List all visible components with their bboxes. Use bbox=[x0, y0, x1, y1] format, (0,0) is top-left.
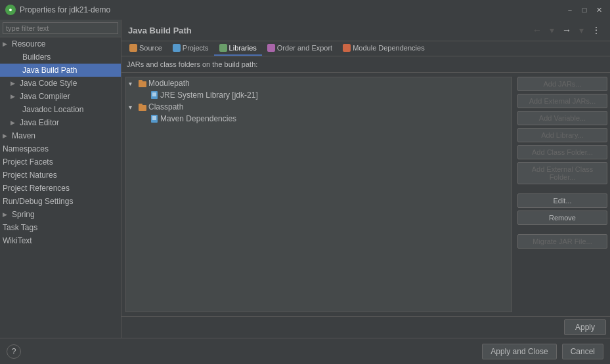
build-path-hint: JARs and class folders on the build path… bbox=[121, 56, 610, 73]
tab-label: Module Dependencies bbox=[353, 44, 424, 52]
help-button[interactable]: ? bbox=[7, 344, 21, 359]
expand-arrow-icon: ▶ bbox=[11, 119, 17, 126]
sidebar-item-resource[interactable]: ▶Resource bbox=[0, 37, 121, 51]
tree-node-label: Maven Dependencies bbox=[160, 114, 236, 123]
svg-rect-1 bbox=[139, 80, 142, 82]
sidebar-item-label: Java Editor bbox=[20, 118, 59, 127]
tab-projects[interactable]: Projects bbox=[167, 41, 214, 56]
sidebar-item-project-references[interactable]: Project References bbox=[0, 182, 121, 195]
header-menu-button[interactable]: ⋮ bbox=[589, 24, 603, 37]
apply-and-close-button[interactable]: Apply and Close bbox=[482, 344, 556, 359]
sidebar-item-label: Project Facets bbox=[3, 157, 53, 167]
forward-nav-button[interactable]: ▾ bbox=[577, 24, 586, 37]
tree-node-modulepath[interactable]: ▾Modulepath bbox=[126, 77, 512, 89]
sidebar-item-label: Javadoc Location bbox=[22, 105, 83, 114]
tree-node-icon-classpath bbox=[138, 102, 147, 111]
search-input[interactable] bbox=[3, 22, 118, 34]
content-header: Java Build Path ← ▾ → ▾ ⋮ bbox=[121, 20, 610, 41]
tab-order-and-export[interactable]: Order and Export bbox=[262, 41, 338, 56]
sidebar-item-builders[interactable]: Builders bbox=[0, 51, 121, 64]
close-button[interactable]: ✕ bbox=[593, 4, 605, 16]
add-variable-button[interactable]: Add Variable... bbox=[517, 111, 607, 125]
tab-module-dependencies[interactable]: Module Dependencies bbox=[338, 41, 429, 56]
add-class-folder-button[interactable]: Add Class Folder... bbox=[517, 145, 607, 159]
expand-arrow-icon: ▶ bbox=[11, 80, 17, 87]
svg-rect-7 bbox=[139, 104, 142, 106]
tree-node-label: Classpath bbox=[148, 102, 183, 111]
main-layout: ▶ResourceBuildersJava Build Path▶Java Co… bbox=[0, 20, 610, 338]
tab-source[interactable]: Source bbox=[124, 41, 167, 56]
sidebar-filter-area bbox=[0, 20, 121, 37]
title-bar: ● Properties for jdk21-demo − □ ✕ bbox=[0, 0, 610, 20]
content-body: ▾Modulepath▶JRE System Library [jdk-21]▾… bbox=[121, 73, 610, 316]
add-library-button[interactable]: Add Library... bbox=[517, 128, 607, 142]
sidebar-item-label: Resource bbox=[12, 39, 45, 49]
forward-button[interactable]: → bbox=[559, 24, 574, 37]
tab-libraries[interactable]: Libraries bbox=[214, 41, 262, 56]
svg-rect-2 bbox=[151, 91, 158, 99]
tab-label: Order and Export bbox=[277, 44, 332, 52]
sidebar-item-label: Spring bbox=[12, 210, 35, 219]
tree-node-label: Modulepath bbox=[148, 79, 190, 88]
app-icon: ● bbox=[5, 5, 16, 15]
sidebar-item-java-editor[interactable]: ▶Java Editor bbox=[0, 116, 121, 129]
tab-icon-order-and-export bbox=[267, 44, 275, 52]
tree-node-label: JRE System Library [jdk-21] bbox=[160, 91, 258, 100]
edit-button[interactable]: Edit... bbox=[517, 193, 607, 208]
remove-button[interactable]: Remove bbox=[517, 211, 607, 225]
cancel-button[interactable]: Cancel bbox=[562, 344, 603, 359]
sidebar-item-label: Run/Debug Settings bbox=[3, 197, 73, 206]
restore-button[interactable]: □ bbox=[578, 4, 590, 16]
add-external-jars-button[interactable]: Add External JARs... bbox=[517, 94, 607, 108]
sidebar-item-wikitext[interactable]: WikiText bbox=[0, 234, 121, 247]
bottom-left: ? bbox=[7, 344, 21, 359]
sidebar-item-label: Task Tags bbox=[3, 223, 37, 232]
window-controls: − □ ✕ bbox=[564, 4, 605, 16]
sidebar-item-label: Maven bbox=[12, 131, 35, 140]
tree-node-classpath[interactable]: ▾Classpath bbox=[126, 101, 512, 113]
add-external-class-folder-button[interactable]: Add External Class Folder... bbox=[517, 162, 607, 184]
down-nav-button[interactable]: ▾ bbox=[547, 24, 557, 37]
tab-icon-projects bbox=[173, 44, 181, 52]
tree-toggle-icon[interactable]: ▾ bbox=[129, 80, 137, 87]
sidebar-item-java-build-path[interactable]: Java Build Path bbox=[0, 64, 121, 77]
sidebar-item-spring[interactable]: ▶Spring bbox=[0, 208, 121, 221]
sidebar-item-task-tags[interactable]: Task Tags bbox=[0, 221, 121, 234]
sidebar-item-run-debug-settings[interactable]: Run/Debug Settings bbox=[0, 195, 121, 208]
tab-label: Libraries bbox=[229, 44, 257, 52]
sidebar-item-label: Namespaces bbox=[3, 144, 49, 153]
sidebar-item-javadoc-location[interactable]: Javadoc Location bbox=[0, 103, 121, 116]
back-button[interactable]: ← bbox=[530, 24, 544, 37]
sidebar-item-label: Project Natures bbox=[3, 171, 57, 180]
expand-arrow-icon: ▶ bbox=[3, 132, 9, 139]
tree-toggle-icon[interactable]: ▾ bbox=[129, 104, 137, 111]
sidebar-item-label: Java Compiler bbox=[20, 92, 70, 101]
content-inner: JARs and class folders on the build path… bbox=[121, 56, 610, 338]
sidebar-item-java-code-style[interactable]: ▶Java Code Style bbox=[0, 77, 121, 90]
expand-arrow-icon: ▶ bbox=[3, 41, 9, 47]
sidebar-item-label: Project References bbox=[3, 184, 70, 193]
sidebar-item-label: Java Build Path bbox=[22, 66, 77, 75]
tab-icon-module-dependencies bbox=[343, 44, 351, 52]
tree-node-icon-jre-system-library bbox=[150, 91, 159, 100]
tree-node-icon-maven-dependencies bbox=[150, 114, 159, 123]
sidebar-item-label: Builders bbox=[22, 52, 51, 62]
tree-node-jre-system-library[interactable]: ▶JRE System Library [jdk-21] bbox=[126, 89, 512, 101]
tree-node-maven-dependencies[interactable]: ▶Maven Dependencies bbox=[126, 113, 512, 125]
window-title: Properties for jdk21-demo bbox=[20, 5, 560, 14]
bottom-bar: ? Apply and Close Cancel bbox=[0, 338, 610, 364]
expand-arrow-icon: ▶ bbox=[3, 211, 9, 218]
side-buttons-panel: Add JARs...Add External JARs...Add Varia… bbox=[515, 73, 610, 316]
sidebar-item-java-compiler[interactable]: ▶Java Compiler bbox=[0, 90, 121, 103]
sidebar-item-maven[interactable]: ▶Maven bbox=[0, 129, 121, 142]
sidebar-item-label: Java Code Style bbox=[20, 79, 77, 88]
sidebar-item-project-facets[interactable]: Project Facets bbox=[0, 155, 121, 169]
add-jars-button[interactable]: Add JARs... bbox=[517, 77, 607, 91]
minimize-button[interactable]: − bbox=[564, 4, 576, 16]
migrate-jar-button[interactable]: Migrate JAR File... bbox=[517, 234, 607, 249]
sidebar-item-namespaces[interactable]: Namespaces bbox=[0, 142, 121, 155]
expand-arrow-icon: ▶ bbox=[11, 93, 17, 100]
sidebar-item-project-natures[interactable]: Project Natures bbox=[0, 169, 121, 182]
sidebar-items-container: ▶ResourceBuildersJava Build Path▶Java Co… bbox=[0, 37, 121, 247]
content-apply-button[interactable]: Apply bbox=[564, 319, 606, 335]
